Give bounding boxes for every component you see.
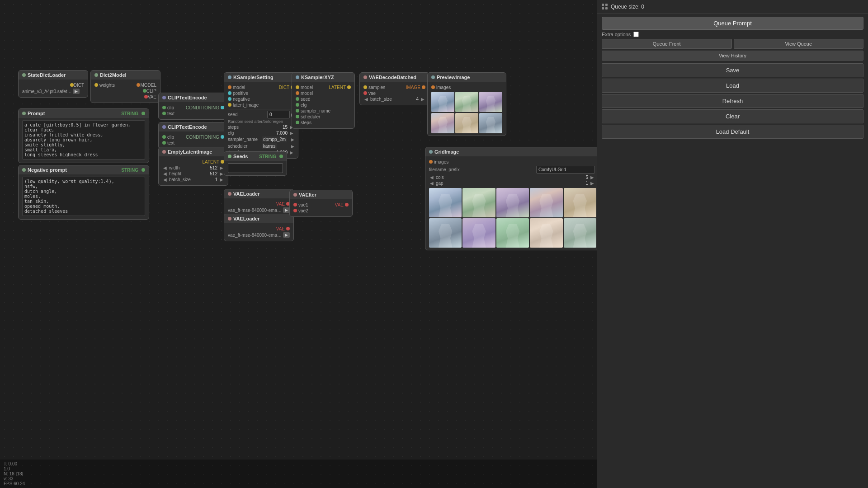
- node-vaeloader2: VAELoader VAE vae_ft-mse-840000-ema-prun…: [224, 214, 294, 241]
- grid-img-5: [564, 188, 596, 217]
- grid-img-2: [462, 188, 495, 217]
- node-empty-latent: EmptyLatentImage LATENT ◀ width 512 ▶ ◀ …: [158, 147, 228, 186]
- save-button[interactable]: Save: [602, 63, 863, 77]
- sampler-arrow[interactable]: ▶: [291, 137, 294, 142]
- gap-right-arrow[interactable]: ▶: [590, 181, 595, 186]
- extra-options-row: Extra options: [602, 32, 863, 37]
- node-empty-latent-header: EmptyLatentImage: [159, 147, 228, 156]
- seed-random-label: Random seed after/before/gen: [228, 119, 294, 124]
- node-gridimage: GridImage images filename_prefix ◀ cols …: [425, 147, 597, 250]
- node-clip2-header: CLIPTextEncode: [159, 122, 228, 131]
- preview-thumb-4: [431, 113, 454, 133]
- node-ksamplerxyz: KSamplerXYZ model LATENT model seed cfg …: [292, 72, 355, 129]
- denoise-right-arrow[interactable]: ▶: [289, 150, 294, 155]
- cfg-right-arrow[interactable]: ▶: [289, 131, 294, 136]
- node-preview-header: PreviewImage: [428, 73, 506, 82]
- gap-left-arrow[interactable]: ◀: [429, 181, 434, 186]
- node-clip2: CLIPTextEncode clip CONDITIONING text: [158, 122, 228, 149]
- node-vaedecode: VAEDecodeBatched samples IMAGE vae ◀ bat…: [359, 72, 429, 105]
- vaeloader2-play-btn[interactable]: ▶: [283, 232, 290, 238]
- queue-dots-icon: [602, 4, 608, 10]
- view-history-button[interactable]: View History: [602, 51, 863, 61]
- preview-thumb-3: [479, 92, 502, 112]
- node-ksamplerxyz-header: KSamplerXYZ: [292, 73, 354, 82]
- cols-left-arrow[interactable]: ◀: [429, 175, 434, 180]
- preview-thumb-6: [479, 113, 502, 133]
- queue-front-button[interactable]: Queue Front: [602, 39, 732, 49]
- node-clip1: CLIPTextEncode clip CONDITIONING text: [158, 93, 228, 120]
- node-statedict: StateDictLoader DICT anime_v3_A4pt0.safe…: [18, 70, 88, 98]
- node-clip1-header: CLIPTextEncode: [159, 93, 228, 102]
- node-seeds: Seeds STRING 1,2,3,4,5: [224, 151, 287, 176]
- batch-right-arrow[interactable]: ▶: [219, 177, 224, 182]
- seed-input[interactable]: [267, 111, 290, 118]
- statedict-play-btn[interactable]: ▶: [73, 89, 80, 94]
- clear-button[interactable]: Clear: [602, 109, 863, 123]
- buttons-area: Queue Prompt Extra options Queue Front V…: [597, 14, 868, 143]
- sub-buttons-row: Queue Front View Queue: [602, 39, 863, 49]
- prompt-textarea[interactable]: a cute [girl:boy:0.5] in flower garden, …: [22, 120, 145, 160]
- node-seeds-header: Seeds STRING: [224, 152, 287, 161]
- node-vaeiter: VAEIter vae1 VAE vae2: [289, 190, 353, 217]
- node-statedict-header: StateDictLoader: [19, 70, 88, 80]
- preview-thumb-5: [455, 113, 478, 133]
- node-preview: PreviewImage images: [427, 72, 506, 136]
- grid-img-9: [530, 218, 562, 248]
- filename-prefix-input[interactable]: [536, 166, 595, 174]
- node-negative-prompt: Negative prompt STRING (low quality, wor…: [18, 165, 149, 220]
- vaeloader1-play-btn[interactable]: ▶: [283, 207, 290, 213]
- node-dict2model-header: Dict2Model: [91, 70, 160, 80]
- queue-header: Queue size: 0: [597, 0, 868, 14]
- seeds-input[interactable]: 1,2,3,4,5: [228, 163, 283, 173]
- load-default-button[interactable]: Load Default: [602, 125, 863, 139]
- view-queue-button[interactable]: View Queue: [734, 39, 864, 49]
- node-vaedecode-header: VAEDecodeBatched: [360, 73, 429, 82]
- node-prompt-header: Prompt STRING: [19, 109, 149, 118]
- width-left-arrow[interactable]: ◀: [162, 165, 168, 170]
- grid-img-3: [496, 188, 529, 217]
- extra-options-checkbox[interactable]: [633, 32, 639, 37]
- batchsize-right-arrow[interactable]: ▶: [420, 97, 425, 102]
- statedict-filename: anime_v3_A4pt0.safetensors ▶: [22, 89, 84, 94]
- grid-img-4: [530, 188, 562, 217]
- canvas-area[interactable]: StateDictLoader DICT anime_v3_A4pt0.safe…: [0, 0, 597, 488]
- right-panel: Queue size: 0 Queue Prompt Extra options…: [597, 0, 868, 488]
- refresh-button[interactable]: Refresh: [602, 94, 863, 108]
- status-bar: T: 0.00 1.0 N: 18 [18] v: 33 FPS:60.24: [0, 460, 597, 488]
- preview-thumb-2: [455, 92, 478, 112]
- grid-img-8: [496, 218, 529, 248]
- queue-prompt-button[interactable]: Queue Prompt: [602, 17, 863, 30]
- node-prompt: Prompt STRING a cute [girl:boy:0.5] in f…: [18, 108, 149, 163]
- scheduler-arrow[interactable]: ▶: [291, 144, 294, 149]
- queue-size-label: Queue size: 0: [611, 4, 644, 10]
- grid-img-1: [429, 188, 462, 217]
- node-vaeloader2-header: VAELoader: [224, 214, 293, 223]
- node-vaeiter-header: VAEIter: [290, 190, 352, 199]
- batchsize-left-arrow[interactable]: ◀: [363, 97, 369, 102]
- node-ksampler-setting: KSamplerSetting model DICT positive nega…: [224, 72, 298, 159]
- node-gridimage-header: GridImage: [425, 147, 597, 156]
- node-vaeloader1: VAELoader VAE vae_ft-mse-840000-ema-prun…: [224, 189, 294, 216]
- batch-left-arrow[interactable]: ◀: [162, 177, 168, 182]
- load-button[interactable]: Load: [602, 79, 863, 93]
- negative-prompt-textarea[interactable]: (low quality, worst quality:1.4), nsfw, …: [22, 177, 145, 216]
- preview-thumb-1: [431, 92, 454, 112]
- cols-right-arrow[interactable]: ▶: [590, 175, 595, 180]
- node-dict2model: Dict2Model weights MODEL CLIP VAE: [90, 70, 160, 103]
- grid-img-6: [429, 218, 462, 248]
- node-ksampler-setting-header: KSamplerSetting: [224, 73, 298, 82]
- height-left-arrow[interactable]: ◀: [162, 171, 168, 176]
- node-vaeloader1-header: VAELoader: [224, 189, 293, 198]
- node-neg-prompt-header: Negative prompt STRING: [19, 165, 149, 174]
- grid-img-10: [564, 218, 596, 248]
- grid-img-7: [462, 218, 495, 248]
